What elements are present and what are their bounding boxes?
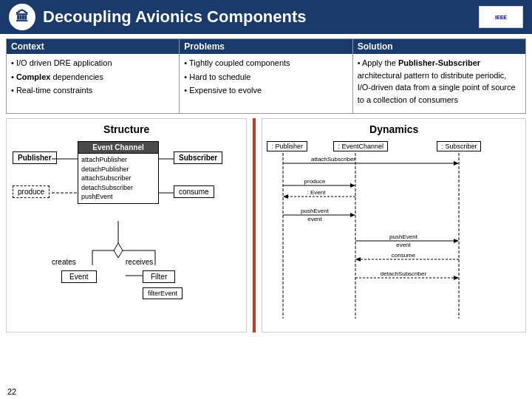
page-header: 🏛 Decoupling Avionics Components IEEE [0,0,532,34]
context-item-2: Complex dependencies [11,71,174,83]
receives-label: receives [126,258,153,266]
problem-item-3: Expensive to evolve [184,84,347,97]
problem-item-2: Hard to schedule [184,71,347,83]
uml-diagram: Publisher Event Channel attachPublisher … [11,141,242,304]
context-body: I/O driven DRE application Complex depen… [7,54,179,113]
svg-text:produce: produce [304,178,326,185]
event-channel-header: Event Channel [78,142,158,153]
problems-header: Problems [180,39,352,54]
dynamics-panel: Dynamics : Publisher : EventChannel : Su… [262,118,526,332]
svg-text:attachSubscriber: attachSubscriber [311,156,355,163]
produce-box: produce [13,185,50,198]
structure-panel: Structure Publisher Event Channel attach… [6,118,247,332]
svg-text:detachSubscriber: detachSubscriber [381,270,427,277]
ec-method-1: attachPublisher [81,155,155,165]
context-item-3: Real-time constraints [11,84,174,97]
svg-text:consume: consume [392,252,416,259]
solution-body: • Apply the Publisher-Subscriber archite… [353,54,525,113]
content-table: Context I/O driven DRE application Compl… [6,38,526,114]
svg-marker-16 [454,161,459,166]
filter-box: Filter [143,270,175,283]
structure-title: Structure [11,123,242,135]
svg-text:event: event [397,242,412,248]
creates-label: creates [52,258,76,266]
publisher-box: Publisher [13,151,57,164]
dyn-subscriber-box: : Subscriber [437,141,481,151]
dynamics-title: Dynamics [267,123,521,135]
event-channel-box: Event Channel attachPublisher detachPubl… [78,141,159,204]
context-header: Context [7,39,179,54]
logo-icon: 🏛 [9,4,35,30]
svg-marker-36 [454,276,459,280]
ec-method-3: attachSubscriber [81,174,155,183]
svg-text:pushEvent: pushEvent [301,208,330,214]
bottom-section: Structure Publisher Event Channel attach… [0,118,532,332]
vertical-divider [253,118,256,332]
svg-marker-22 [283,194,288,199]
consume-box: consume [174,185,214,198]
ec-method-2: detachPublisher [81,165,155,174]
page-number: 22 [7,387,16,396]
context-item-1: I/O driven DRE application [11,57,174,69]
page-title: Decoupling Avionics Components [43,7,479,27]
svg-marker-9 [114,243,123,258]
dynamics-diagram: : Publisher : EventChannel : Subscriber … [267,141,521,318]
svg-text:: Event: : Event [307,189,327,196]
svg-marker-33 [355,257,361,262]
solution-header: Solution [353,39,525,54]
solution-column: Solution • Apply the Publisher-Subscribe… [353,39,525,113]
subscriber-box: Subscriber [174,151,222,164]
svg-text:event: event [308,216,323,222]
svg-text:pushEvent: pushEvent [389,233,418,240]
ec-method-4: detachSubscriber [81,183,155,193]
svg-marker-19 [350,183,355,188]
event-channel-methods: attachPublisher detachPublisher attachSu… [78,153,158,203]
problem-item-1: Tightly coupled components [184,57,347,69]
problems-column: Problems Tightly coupled components Hard… [180,39,352,113]
problems-body: Tightly coupled components Hard to sched… [180,54,352,113]
ec-method-5: pushEvent [81,192,155,202]
event-box: Event [61,270,97,283]
svg-marker-25 [350,213,355,217]
dynamics-arrows: attachSubscriber produce : Event pushEve… [267,141,521,318]
ieee-logo: IEEE [479,6,523,28]
context-column: Context I/O driven DRE application Compl… [7,39,180,113]
dyn-echannel-box: : EventChannel [333,141,388,151]
svg-marker-29 [454,239,459,243]
filter-event-label: filterEvent [143,287,183,299]
dyn-publisher-box: : Publisher [267,141,307,151]
